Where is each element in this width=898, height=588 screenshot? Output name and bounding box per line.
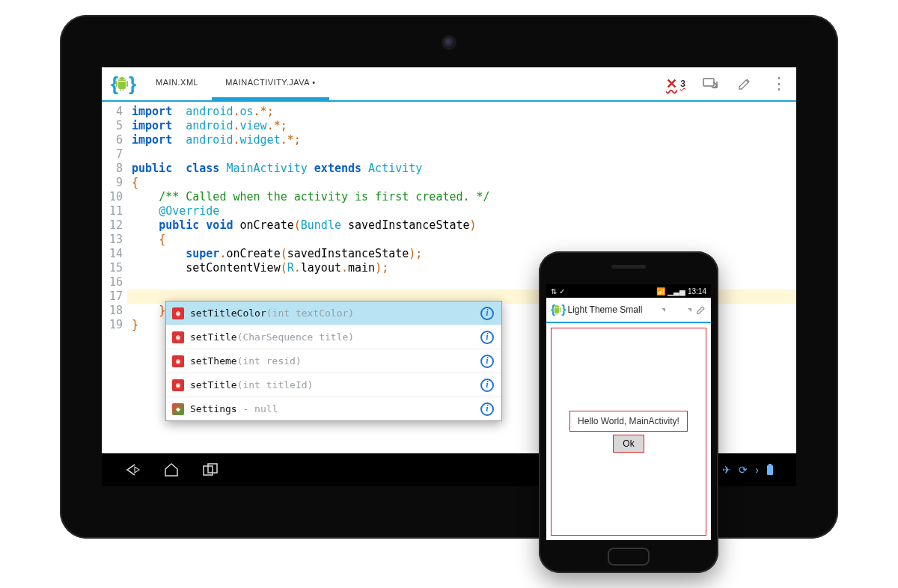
autocomplete-item[interactable]: ◉setTitle(CharSequence title)i (166, 325, 501, 349)
method-icon: ◉ (172, 307, 184, 319)
line-number-gutter: 45678910111213141516171819 (102, 102, 127, 453)
autocomplete-item[interactable]: ◉setTitle(int titleId)i (166, 373, 501, 397)
recents-icon (202, 463, 220, 477)
nav-back-button[interactable] (124, 463, 141, 477)
code-line[interactable]: @Override (132, 204, 796, 218)
back-icon (124, 463, 141, 477)
status-right: 📶 ▁▃▅ 13:14 (656, 287, 706, 295)
autocomplete-item[interactable]: ◉setTitleColor(int textColor)i (166, 301, 501, 325)
tablet-camera (444, 37, 454, 48)
textview-outline[interactable]: Hello World, MainActivity! (569, 411, 688, 432)
dropdown-indicator-icon (688, 308, 691, 312)
phone-edit-button[interactable] (696, 304, 706, 315)
code-line[interactable]: { (132, 176, 796, 190)
status-left-icons: ⇅ ✓ (551, 287, 565, 295)
error-count: 3 (680, 79, 685, 89)
autocomplete-popup[interactable]: ◉setTitleColor(int textColor)i◉setTitle(… (165, 301, 502, 421)
line-number: 12 (102, 218, 123, 233)
line-number: 18 (102, 304, 123, 318)
nav-home-button[interactable] (163, 462, 180, 477)
info-icon[interactable]: i (480, 307, 494, 320)
line-number: 17 (102, 290, 123, 304)
phone-screen: ⇅ ✓ 📶 ▁▃▅ 13:14 { } Light Theme Small He… (546, 284, 711, 540)
phone-appbar: { } Light Theme Small (546, 298, 711, 323)
line-number: 9 (102, 176, 123, 190)
info-icon[interactable]: i (480, 379, 494, 392)
code-line[interactable]: import android.widget.*; (132, 133, 796, 147)
package-icon: ◆ (172, 403, 184, 415)
code-line[interactable] (132, 147, 796, 162)
preview-icon (702, 77, 718, 91)
airplane-icon: ✈ (722, 464, 731, 476)
app-logo[interactable]: { } (102, 67, 142, 100)
line-number: 11 (102, 204, 123, 218)
line-number: 4 (102, 105, 123, 119)
logo-android-icon (115, 76, 129, 91)
code-line[interactable]: /** Called when the activity is first cr… (132, 190, 796, 204)
logo-braces-icon: } (129, 73, 133, 96)
nav-recents-button[interactable] (202, 463, 220, 477)
pencil-icon (696, 304, 706, 315)
sync-icon: ⟳ (739, 464, 748, 476)
autocomplete-item[interactable]: ◉setTheme(int resid)i (166, 349, 501, 373)
line-number: 13 (102, 233, 123, 247)
line-number: 8 (102, 162, 123, 176)
line-number: 6 (102, 133, 123, 147)
editor-tab[interactable]: MAINACTIVITY.JAVA • (212, 67, 329, 100)
code-line[interactable]: public void onCreate(Bundle savedInstanc… (132, 218, 796, 233)
logo-android-icon (552, 304, 561, 315)
edit-button[interactable] (727, 67, 762, 100)
phone-status-bar: ⇅ ✓ 📶 ▁▃▅ 13:14 (546, 284, 711, 298)
code-line[interactable]: import android.os.*; (132, 105, 796, 119)
phone-device-frame: ⇅ ✓ 📶 ▁▃▅ 13:14 { } Light Theme Small He… (539, 251, 718, 573)
phone-title[interactable]: Light Theme Small (567, 304, 659, 315)
line-number: 10 (102, 190, 123, 204)
info-icon[interactable]: i (480, 331, 494, 344)
button-label: Ok (623, 438, 634, 449)
editor-appbar: { } MAIN.XMLMAINACTIVITY.JAVA • ✕ 3 (102, 67, 796, 102)
error-x-icon: ✕ (666, 76, 677, 92)
info-icon[interactable]: i (480, 402, 494, 416)
code-line[interactable]: public class MainActivity extends Activi… (132, 162, 796, 176)
pencil-icon (738, 77, 751, 91)
line-number: 19 (102, 318, 123, 332)
logo-braces-icon: } (561, 303, 563, 316)
layout-preview[interactable]: Hello World, MainActivity! Ok (546, 323, 711, 540)
autocomplete-label: Settings - null (190, 402, 474, 416)
errors-button[interactable]: ✕ 3 (659, 67, 693, 100)
phone-earpiece (611, 265, 646, 269)
textview-text: Hello World, MainActivity! (578, 416, 679, 426)
code-line[interactable]: { (132, 233, 796, 247)
root-layout-outline[interactable]: Hello World, MainActivity! Ok (551, 328, 706, 536)
line-number: 16 (102, 275, 123, 290)
line-number: 7 (102, 147, 123, 162)
code-line[interactable]: import android.view.*; (132, 119, 796, 133)
editor-tab[interactable]: MAIN.XML (142, 67, 212, 100)
battery-icon (766, 464, 774, 476)
autocomplete-label: setTitle(CharSequence title) (190, 330, 474, 344)
tablet-device-frame: { } MAIN.XMLMAINACTIVITY.JAVA • ✕ 3 (60, 15, 838, 539)
method-icon: ◉ (172, 355, 184, 367)
line-number: 15 (102, 261, 123, 275)
autocomplete-item[interactable]: ◆Settings - nulli (166, 397, 501, 420)
dropdown-indicator-icon (662, 308, 665, 312)
run-preview-button[interactable] (693, 67, 727, 100)
svg-rect-3 (767, 465, 773, 475)
line-number: 14 (102, 247, 123, 261)
line-number: 5 (102, 119, 123, 133)
phone-home-button[interactable] (608, 548, 650, 566)
home-icon (163, 462, 180, 477)
autocomplete-label: setTheme(int resid) (190, 354, 474, 368)
autocomplete-label: setTitle(int titleId) (190, 378, 474, 392)
editor-tabs: MAIN.XMLMAINACTIVITY.JAVA • (142, 67, 329, 100)
overflow-menu-button[interactable]: ⋮ (762, 67, 796, 100)
svg-rect-0 (703, 79, 714, 86)
app-logo-small[interactable]: { } (551, 303, 563, 316)
svg-rect-4 (769, 464, 772, 465)
more-vert-icon: ⋮ (771, 74, 787, 94)
autocomplete-label: setTitleColor(int textColor) (190, 306, 474, 320)
chevron-right-icon: › (755, 464, 759, 476)
info-icon[interactable]: i (480, 355, 494, 368)
method-icon: ◉ (172, 331, 184, 343)
button-outline[interactable]: Ok (613, 435, 644, 453)
